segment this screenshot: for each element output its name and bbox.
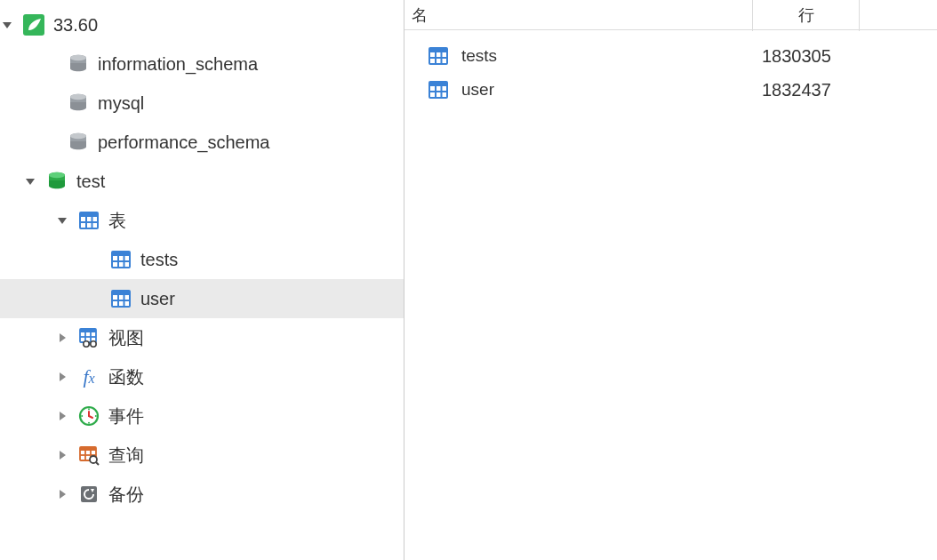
spacer <box>44 57 59 71</box>
views-folder-node[interactable]: 视图 <box>0 318 404 357</box>
table-row[interactable]: user 1832437 <box>404 73 937 107</box>
backups-folder-label: 备份 <box>108 483 144 507</box>
table-icon <box>426 44 451 68</box>
chevron-right-icon[interactable] <box>55 487 69 501</box>
column-header-rows[interactable]: 行 <box>753 0 860 31</box>
row-name: tests <box>461 46 497 66</box>
svg-marker-37 <box>60 333 66 342</box>
table-icon <box>108 247 133 272</box>
database-label: performance_schema <box>98 132 269 153</box>
function-icon: fx <box>76 364 101 389</box>
database-node-information-schema[interactable]: information_schema <box>0 44 404 84</box>
main-panel: 名 行 tests 1830305 user 1832437 <box>404 0 937 560</box>
events-folder-node[interactable]: 事件 <box>0 396 404 436</box>
table-node-user[interactable]: user <box>0 279 404 318</box>
events-folder-label: 事件 <box>108 404 144 428</box>
table-body: tests 1830305 user 1832437 <box>404 30 937 560</box>
functions-folder-node[interactable]: fx 函数 <box>0 357 404 396</box>
database-node-mysql[interactable]: mysql <box>0 84 404 123</box>
chevron-down-icon[interactable] <box>23 174 37 188</box>
queries-folder-node[interactable]: 查询 <box>0 436 404 475</box>
table-icon <box>426 77 451 102</box>
database-label: mysql <box>98 93 144 114</box>
table-label: user <box>140 289 175 309</box>
backups-folder-node[interactable]: 备份 <box>0 475 404 514</box>
connection-label: 33.60 <box>53 15 98 36</box>
row-count: 1830305 <box>753 46 860 67</box>
sidebar: 33.60 information_schema mysql performan… <box>0 0 404 560</box>
svg-marker-40 <box>60 451 66 460</box>
table-node-tests[interactable]: tests <box>0 240 404 279</box>
table-icon <box>76 208 101 233</box>
database-label: test <box>76 172 105 192</box>
chevron-down-icon[interactable] <box>0 18 14 32</box>
svg-marker-41 <box>60 490 66 499</box>
database-node-performance-schema[interactable]: performance_schema <box>0 123 404 162</box>
database-icon <box>66 91 91 116</box>
row-name: user <box>461 80 494 100</box>
database-active-icon <box>44 169 69 194</box>
chevron-right-icon[interactable] <box>55 370 69 384</box>
connection-tree: 33.60 information_schema mysql performan… <box>0 0 404 514</box>
table-label: tests <box>140 250 178 270</box>
table-row[interactable]: tests 1830305 <box>404 39 937 73</box>
database-node-test[interactable]: test <box>0 162 404 201</box>
database-icon <box>66 52 91 76</box>
table-header: 名 行 <box>404 0 937 30</box>
spacer <box>44 96 59 110</box>
tables-folder-node[interactable]: 表 <box>0 201 404 240</box>
chevron-right-icon[interactable] <box>55 409 69 423</box>
table-icon <box>108 286 133 311</box>
query-icon <box>76 443 101 468</box>
database-label: information_schema <box>98 54 258 75</box>
svg-marker-34 <box>3 22 12 28</box>
views-folder-label: 视图 <box>108 326 144 350</box>
event-icon <box>76 404 101 428</box>
views-icon <box>76 325 101 350</box>
svg-marker-39 <box>60 412 66 420</box>
svg-marker-38 <box>60 372 66 381</box>
app-icon <box>21 12 46 37</box>
svg-marker-35 <box>26 179 35 185</box>
connection-node[interactable]: 33.60 <box>0 5 404 44</box>
functions-folder-label: 函数 <box>108 365 144 389</box>
row-count: 1832437 <box>753 80 860 100</box>
database-icon <box>66 130 91 155</box>
tables-folder-label: 表 <box>108 209 126 233</box>
queries-folder-label: 查询 <box>108 444 144 468</box>
backup-icon <box>76 482 101 507</box>
svg-marker-36 <box>58 218 67 224</box>
spacer <box>44 135 59 149</box>
column-header-name[interactable]: 名 <box>404 0 753 31</box>
chevron-right-icon[interactable] <box>55 331 69 345</box>
chevron-down-icon[interactable] <box>55 213 69 228</box>
chevron-right-icon[interactable] <box>55 448 69 462</box>
